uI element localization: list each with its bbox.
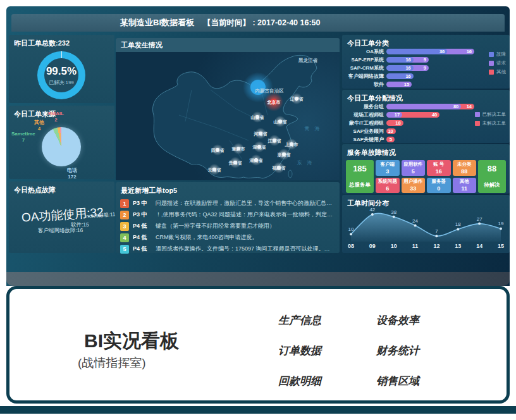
sea-label: 东 海	[297, 160, 314, 166]
bar-row: SAP-CRM系统169	[345, 65, 473, 71]
dashboard-screen: 某制造业BI数据看板 【当前时间】 : 2017-02-40 16:50 昨日工…	[6, 6, 510, 286]
legend-swatch	[475, 121, 480, 126]
panel-hotspot-title: 今日热点故障	[9, 182, 114, 195]
panel-top5-title: 最近新增工单top5	[116, 182, 340, 195]
pie-label-1: 电话172	[67, 168, 77, 180]
fault-cell: 系统问题6	[376, 178, 400, 194]
fault-cell-value: 33	[410, 185, 416, 192]
pie-label-4: EMAIL2	[48, 111, 64, 123]
data-point	[393, 216, 395, 218]
legend-label: 请求	[496, 60, 506, 66]
ticket-description: 退回或者作废操作。文件编号：175097 询问工程师是否可以处理。需联系：004…	[156, 245, 335, 253]
pie-label-2: Sametime7	[11, 131, 35, 143]
fault-cell: 其他11	[453, 178, 477, 194]
data-point	[500, 227, 502, 230]
data-point	[435, 235, 438, 237]
point-value: 38	[391, 209, 396, 215]
province-label: 山西省	[251, 115, 265, 120]
province-label: 江苏省	[267, 139, 282, 144]
bar-track: 5	[386, 137, 473, 142]
panel-top5-tickets: 最近新增工单top5 1P3 中问题描述：在职激励管理，激励汇总里，导这个销售中…	[116, 182, 340, 253]
panel-ticket-map: 工单发生情况 黄 海东 海辽宁省山西省山东省河南省江苏省上海市湖北省重庆市四川省…	[116, 38, 340, 180]
bar-label: 客户端网络故障	[345, 73, 386, 80]
point-value: 18	[455, 221, 461, 227]
bar-label: SAP-ERP系统	[345, 56, 386, 63]
bar-segment: 10	[386, 128, 396, 134]
bar-row: 客户端网络故障16	[345, 73, 473, 79]
pie-slice-name: Sametime	[11, 131, 35, 137]
footer-subtitle: (战情指挥室)	[78, 355, 146, 371]
ticket-description: 问题描述：在职激励管理，激励汇总里，导这个销售中心的激励汇总，有个人（00040…	[156, 199, 335, 207]
screen-base	[6, 272, 510, 286]
cloud-word: Inotes邮箱:11	[85, 211, 116, 219]
fault-total-label: 总服务单	[349, 182, 371, 189]
legend-swatch	[475, 112, 480, 117]
point-value: 42	[369, 207, 375, 213]
taiwan-island	[288, 170, 292, 178]
legend-item: 未解决工单	[475, 120, 507, 127]
legend-label: 其他	[496, 69, 506, 75]
panel-fault-status: 服务单故障情况 185 总服务单 客户端3应用软件5账 号16未分类88系统问题…	[342, 144, 510, 194]
map-svg: 黄 海东 海辽宁省山西省山东省河南省江苏省上海市湖北省重庆市四川省浙江省湖南省贵…	[116, 52, 340, 180]
pie-slice-value: 172	[67, 174, 77, 180]
bar-row: SAP-ERP系统169	[345, 56, 473, 63]
fault-cell-value: 6	[386, 185, 389, 192]
data-point	[414, 225, 417, 227]
bar-track: 15	[386, 82, 473, 87]
top5-row: 2P3 中！,使用事务代码：QA32 问题描述：用户来电表示有一批物料，判定为不…	[120, 210, 335, 219]
classification-chart: OA系统3616SAP-ERP系统169SAP-CRM系统169客户端网络故障1…	[345, 48, 473, 89]
panel-allocation: 今日工单分配情况 服务台组8014现场工程师组1740蒙牛IT工程师组18SAP…	[342, 90, 510, 143]
fault-cell-value: 3	[386, 168, 389, 175]
bar-segment: 5	[386, 137, 395, 142]
bar-segment: 18	[386, 120, 403, 126]
panel-hotspot-faults: 今日热点故障 OA功能使用:32Inotes邮箱:11软件:15客户端网络故障:…	[9, 182, 114, 253]
data-point	[478, 223, 481, 225]
pie-slice-value: 4	[34, 126, 44, 132]
rank-badge: 1	[120, 199, 129, 208]
province-label: 湖北省	[252, 145, 267, 150]
bar-segment: 80	[386, 104, 461, 109]
fault-cell-value: 88	[461, 168, 467, 175]
fault-cell-label: 客户端	[381, 161, 395, 168]
bar-segment: 16	[386, 73, 414, 79]
legend-swatch	[489, 52, 494, 57]
pie-slice-name: 其他	[34, 120, 44, 126]
panel-classification-title: 今日工单分类	[342, 35, 510, 48]
bar-track: 10	[386, 128, 473, 134]
region-label: 黑龙江省	[298, 58, 318, 63]
legend-swatch	[489, 70, 494, 75]
fault-grid: 185 总服务单 客户端3应用软件5账 号16未分类88系统问题6用户操作33服…	[342, 158, 510, 193]
fault-cell: 未分类88	[453, 160, 477, 176]
priority-label: P4 低	[133, 233, 152, 242]
sea-label: 黄 海	[304, 126, 321, 132]
ticket-description: ！,使用事务代码：QA32 问题描述：用户来电表示有一批物料，判定为不合格，在S…	[156, 211, 335, 219]
fault-cell-value: 16	[436, 168, 442, 175]
bar-label: SAP-CRM系统	[345, 65, 386, 71]
bar-segment: 40	[397, 112, 439, 118]
bar-segment: 36	[386, 49, 447, 54]
bar-label: SAP业务顾问	[345, 128, 386, 135]
x-axis-label: 14	[476, 243, 482, 249]
donut-resolved-label: 已解决:199	[49, 79, 74, 86]
donut-center: 99.5% 已解决:199	[37, 51, 85, 99]
bar-track: 169	[386, 57, 473, 63]
fault-cell-label: 账 号	[433, 161, 444, 168]
pie-slice-value: 7	[11, 137, 35, 144]
fault-cell-label: 服务器	[432, 178, 446, 185]
ticket-description: 键盘（第一排字母不好用经常需要重启才能用）	[156, 222, 335, 230]
x-axis-label: 11	[412, 243, 419, 249]
bar-label: SAP关键用户	[345, 136, 386, 143]
fault-total-value: 185	[353, 164, 367, 173]
top5-row: 5P4 低退回或者作废操作。文件编号：175097 询问工程师是否可以处理。需联…	[120, 244, 335, 254]
fault-cell: 服务器0	[427, 178, 451, 194]
bar-track: 18	[386, 120, 473, 126]
fault-cell-label: 用户操作	[403, 178, 422, 185]
fault-cell-label: 应用软件	[403, 161, 422, 168]
province-label: 山东省	[274, 119, 288, 125]
data-point	[350, 233, 352, 235]
feature-item: 生产信息	[278, 313, 321, 328]
region-label: 内蒙古自治区	[255, 88, 285, 94]
rank-badge: 5	[120, 245, 129, 254]
fault-cell: 用户操作33	[402, 178, 426, 194]
bar-track: 16	[386, 73, 473, 79]
